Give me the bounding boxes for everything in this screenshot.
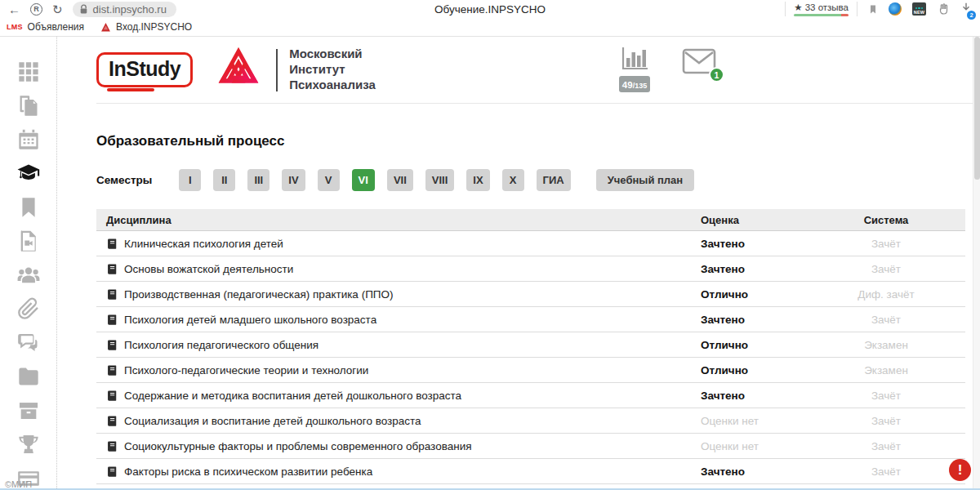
semester-tab-9[interactable]: IX [466,169,489,191]
grade-value: Оценки нет [701,440,807,452]
mip-triangles-logo [214,47,263,94]
table-row[interactable]: Производственная (педагогическая) практи… [96,282,965,307]
video-file-icon[interactable] [16,229,41,253]
table-row[interactable]: Психолого-педагогические теории и технол… [96,358,965,383]
users-icon[interactable] [16,263,41,287]
sidebar-nav: ©МИП [0,37,57,490]
mail-unread-badge: 1 [709,67,724,82]
system-value: Зачёт [807,415,965,427]
book-icon [106,238,118,250]
book-icon [106,364,118,376]
col-header-system: Система [807,214,965,226]
institute-name: Московский Институт Психоанализа [289,47,376,92]
book-icon [106,339,118,351]
instudy-logo-text: InStudy [109,57,180,80]
hand-icon[interactable] [937,2,950,16]
archive-icon[interactable] [16,399,41,422]
downloads-button[interactable]: 2 [960,2,972,17]
trophy-icon[interactable] [16,433,41,457]
grade-value: Зачтено [701,390,807,402]
reviews-widget[interactable]: ★ 33 отзыва [785,2,858,16]
bookmark-flag-icon[interactable] [868,3,878,16]
book-icon [106,390,118,402]
refresh-icon[interactable]: ↻ [52,3,63,16]
system-value: Зачёт [807,390,965,402]
bookmark-announcements[interactable]: LMS Объявления [7,21,84,33]
chat-icon[interactable] [16,331,41,354]
browser-toolbar: ← Я ↻ dist.inpsycho.ru Обучение.INPSYCHO… [0,0,980,18]
semester-tab-10[interactable]: X [502,169,524,191]
book-icon [106,314,118,326]
scrollbar-thumb[interactable] [974,37,980,180]
documents-icon[interactable] [16,94,41,118]
book-icon [106,466,118,478]
table-row[interactable]: Факторы риска в психическом развитии реб… [96,459,965,484]
grades-table: Дисциплина Оценка Система Клиническая пс… [96,209,965,484]
grade-value: Зачтено [701,238,807,250]
bookmarks-bar: LMS Объявления Вход.INPSYCHO [0,18,980,37]
table-row[interactable]: Клиническая психология детей Зачтено Зач… [96,231,965,256]
site-header: InStudy Московский Инстит [96,37,980,104]
extension-new-icon[interactable]: NEW [912,2,926,16]
semester-tab-3[interactable]: III [247,169,270,191]
reviews-rating-bar [794,14,849,16]
browser-home-icon[interactable]: Я [30,3,42,16]
col-header-grade: Оценка [701,214,807,226]
mip-triangle-favicon [100,22,111,33]
downloads-badge: 2 [967,11,976,20]
url-text: dist.inpsycho.ru [93,3,167,16]
semester-tab-gia[interactable]: ГИА [537,169,571,191]
instudy-logo[interactable]: InStudy [96,52,193,87]
semester-tab-4[interactable]: IV [282,169,305,191]
semester-tab-7[interactable]: VII [387,169,413,191]
semester-tabs: Семестры I II III IV V VI VII VIII IX X … [96,169,980,191]
progress-stats-button[interactable]: 49/135 [617,47,653,92]
book-icon [106,415,118,427]
paperclip-icon[interactable] [16,297,41,321]
reviews-label: ★ 33 отзыва [794,2,849,13]
table-row[interactable]: Основы вожатской деятельности Зачтено За… [96,256,965,282]
bookmark-icon[interactable] [16,195,41,219]
folder-icon[interactable] [16,365,41,389]
calendar-icon[interactable] [16,127,41,151]
grade-value: Отлично [701,339,807,351]
book-icon [106,288,118,301]
table-row[interactable]: Социализация и воспитание детей дошкольн… [96,408,965,434]
table-header-row: Дисциплина Оценка Система [96,209,965,231]
system-value: Зачёт [807,314,965,326]
table-row[interactable]: Психология педагогического общения Отлич… [96,332,965,358]
system-value: Зачёт [807,466,965,478]
alert-notification-button[interactable]: ! [949,459,971,481]
book-icon [106,263,118,275]
system-value: Диф. зачёт [807,288,965,301]
bookmark-inpsycho-login[interactable]: Вход.INPSYCHO [100,21,192,33]
semester-tab-8[interactable]: VIII [425,169,455,191]
semester-tab-5[interactable]: V [318,169,340,191]
apps-grid-icon[interactable] [16,60,41,83]
semester-tab-1[interactable]: I [179,169,201,191]
system-value: Зачёт [807,440,965,452]
bar-chart-icon [621,47,648,71]
grade-value: Зачтено [701,466,807,478]
curriculum-button[interactable]: Учебный план [596,169,694,191]
mail-button[interactable]: 1 [682,48,716,78]
table-row[interactable]: Социокультурные факторы и проблемы совре… [96,434,965,459]
browser-profile-icon[interactable] [889,2,902,16]
address-bar[interactable]: dist.inpsycho.ru [73,2,176,17]
semester-tab-6-active[interactable]: VI [352,169,375,191]
grade-value: Оценки нет [701,415,807,427]
system-value: Зачёт [807,263,965,275]
page-scrollbar[interactable] [973,37,980,490]
progress-badge: 49/135 [619,76,650,92]
grade-value: Зачтено [701,263,807,275]
book-icon [106,440,118,452]
graduation-cap-icon[interactable] [16,162,41,185]
table-row[interactable]: Содержание и методика воспитания детей д… [96,383,965,408]
grade-value: Зачтено [701,314,807,326]
semester-tab-2[interactable]: II [213,169,235,191]
page-title: Образовательный процесс [96,133,980,149]
system-value: Зачёт [807,238,965,250]
back-icon[interactable]: ← [8,3,20,16]
logo-divider [276,49,278,91]
table-row[interactable]: Психология детей младшего школьного возр… [96,307,965,332]
